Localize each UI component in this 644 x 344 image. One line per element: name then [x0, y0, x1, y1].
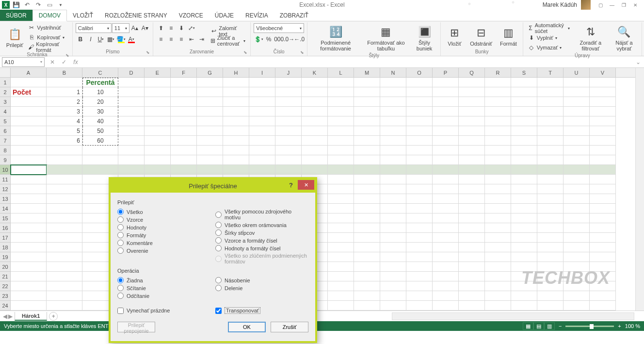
cell-A13[interactable]: [11, 194, 47, 204]
sort-filter-button[interactable]: ⇅Zoradiť a filtrovať: [574, 23, 608, 52]
align-left-icon[interactable]: ≡: [156, 34, 166, 44]
cell-K7[interactable]: [302, 136, 328, 146]
cell-H3[interactable]: [223, 97, 249, 107]
font-launcher[interactable]: ⬊: [146, 50, 150, 55]
cell-I3[interactable]: [249, 97, 275, 107]
cell-A23[interactable]: [11, 291, 47, 301]
cell-S5[interactable]: [511, 116, 537, 126]
cell-Q14[interactable]: [459, 204, 485, 213]
cell-Q21[interactable]: [459, 272, 485, 281]
cell-P21[interactable]: [433, 272, 459, 281]
cell-C5[interactable]: 40: [82, 116, 118, 126]
cell-A18[interactable]: [11, 243, 47, 252]
cell-O4[interactable]: [406, 107, 433, 116]
paste-radio-3[interactable]: [117, 232, 124, 238]
cell-O3[interactable]: [406, 97, 433, 107]
cell-N18[interactable]: [380, 243, 406, 252]
cell-H8[interactable]: [223, 146, 249, 155]
cell-B18[interactable]: [47, 243, 82, 252]
cell-N19[interactable]: [380, 252, 406, 262]
cell-A11[interactable]: [11, 175, 47, 184]
qat-undo[interactable]: ↶: [22, 0, 32, 9]
cell-V7[interactable]: [590, 136, 616, 146]
cell-V4[interactable]: [590, 107, 616, 116]
cell-U15[interactable]: [564, 213, 590, 223]
cell-K3[interactable]: [302, 97, 328, 107]
row-header-22[interactable]: 22: [0, 281, 11, 291]
cell-L15[interactable]: [328, 213, 354, 223]
cell-N8[interactable]: [380, 146, 406, 155]
cell-D8[interactable]: [118, 146, 145, 155]
select-all-corner[interactable]: [0, 68, 11, 77]
cell-K6[interactable]: [302, 126, 328, 136]
cell-O20[interactable]: [406, 262, 433, 272]
paste-radio-1[interactable]: [215, 222, 222, 228]
cell-L18[interactable]: [328, 243, 354, 252]
cell-L16[interactable]: [328, 223, 354, 233]
cell-M20[interactable]: [354, 262, 380, 272]
tab-data[interactable]: ÚDAJE: [209, 10, 240, 21]
cell-T10[interactable]: [537, 165, 564, 175]
cell-T12[interactable]: [537, 184, 564, 194]
cell-H2[interactable]: [223, 87, 249, 97]
cell-O11[interactable]: [406, 175, 433, 184]
cell-B24[interactable]: [47, 301, 82, 311]
cell-P16[interactable]: [433, 223, 459, 233]
cell-R20[interactable]: [485, 262, 511, 272]
cell-N16[interactable]: [380, 223, 406, 233]
cell-J7[interactable]: [275, 136, 302, 146]
cell-P7[interactable]: [433, 136, 459, 146]
cell-M16[interactable]: [354, 223, 380, 233]
fill-button[interactable]: ⬇Vyplniť ▾: [526, 33, 572, 42]
cell-T7[interactable]: [537, 136, 564, 146]
cell-V12[interactable]: [590, 184, 616, 194]
cell-U17[interactable]: [564, 233, 590, 243]
cell-Q1[interactable]: [459, 78, 485, 87]
cell-M8[interactable]: [354, 146, 380, 155]
cell-F7[interactable]: [171, 136, 197, 146]
cell-U11[interactable]: [564, 175, 590, 184]
cell-U19[interactable]: [564, 252, 590, 262]
restore-icon[interactable]: ❐: [618, 0, 629, 9]
number-launcher[interactable]: ⬊: [300, 50, 304, 55]
cell-R8[interactable]: [485, 146, 511, 155]
tab-formulas[interactable]: VZORCE: [173, 10, 209, 21]
cell-I1[interactable]: [249, 78, 275, 87]
cell-D6[interactable]: [118, 126, 145, 136]
row-header-18[interactable]: 18: [0, 243, 11, 252]
underline-button[interactable]: U▾: [96, 34, 106, 44]
cell-Q12[interactable]: [459, 184, 485, 194]
col-header-E[interactable]: E: [145, 68, 171, 77]
cell-G2[interactable]: [197, 87, 223, 97]
cell-Q2[interactable]: [459, 87, 485, 97]
col-header-I[interactable]: I: [249, 68, 275, 77]
cell-R19[interactable]: [485, 252, 511, 262]
cell-J8[interactable]: [275, 146, 302, 155]
cell-M19[interactable]: [354, 252, 380, 262]
cell-N12[interactable]: [380, 184, 406, 194]
cell-L12[interactable]: [328, 184, 354, 194]
cell-U12[interactable]: [564, 184, 590, 194]
qat-new[interactable]: ▭: [45, 0, 54, 9]
cell-L6[interactable]: [328, 126, 354, 136]
ribbon-options-icon[interactable]: ▢: [595, 0, 606, 9]
cell-V10[interactable]: [590, 165, 616, 175]
cell-I10[interactable]: [249, 165, 275, 175]
cell-F2[interactable]: [171, 87, 197, 97]
cell-B5[interactable]: 4: [47, 116, 82, 126]
cell-S17[interactable]: [511, 233, 537, 243]
cell-N7[interactable]: [380, 136, 406, 146]
cell-V9[interactable]: [590, 155, 616, 165]
skip-blanks-checkbox[interactable]: [117, 308, 124, 314]
merge-center-button[interactable]: ⊞Zlúčiť a centrovať ▾: [209, 36, 247, 45]
format-cells-button[interactable]: ▥Formát: [497, 23, 520, 49]
row-header-6[interactable]: 6: [0, 126, 11, 136]
font-size-combo[interactable]: 11▾: [112, 23, 129, 33]
cell-Q17[interactable]: [459, 233, 485, 243]
cell-R24[interactable]: [485, 301, 511, 311]
cell-N15[interactable]: [380, 213, 406, 223]
cell-B3[interactable]: 2: [47, 97, 82, 107]
close-icon[interactable]: ✕: [629, 0, 641, 9]
row-header-23[interactable]: 23: [0, 291, 11, 301]
cell-V17[interactable]: [590, 233, 616, 243]
